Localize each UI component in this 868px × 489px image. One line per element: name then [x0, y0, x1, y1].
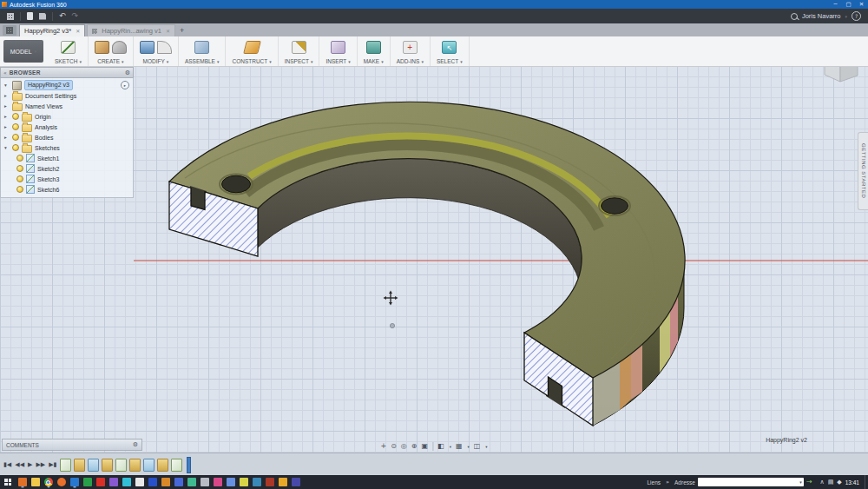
orbit-icon[interactable]: ⊙	[391, 443, 397, 450]
taskbar-app-icon[interactable]	[292, 478, 300, 486]
timeline-item-sketch[interactable]	[143, 459, 155, 472]
redo-icon[interactable]: ↷	[72, 12, 79, 20]
tray-volume-icon[interactable]: ◆	[837, 479, 841, 486]
tree-item-analysis[interactable]: ▸ Analysis	[1, 122, 133, 132]
tree-item-bodies[interactable]: ▸ Bodies	[1, 132, 133, 142]
construct-plane-icon[interactable]	[243, 41, 261, 54]
taskbar-app-icon-excel[interactable]	[83, 478, 92, 486]
assemble-joint-icon[interactable]	[194, 41, 209, 54]
new-tab-button[interactable]: +	[180, 26, 184, 35]
tree-item-sketch1[interactable]: Sketch1	[1, 153, 133, 163]
caret-down-icon[interactable]: ▾	[450, 445, 451, 449]
timeline-item-sketch[interactable]	[88, 459, 99, 472]
taskbar-clock[interactable]: 13:41	[845, 479, 859, 486]
search-icon[interactable]	[791, 13, 798, 20]
pan-icon[interactable]: +	[380, 443, 386, 450]
undo-icon[interactable]: ↶	[59, 12, 66, 20]
taskbar-app-icon[interactable]	[227, 478, 235, 486]
taskbar-app-icon[interactable]	[122, 478, 131, 486]
caret-down-icon[interactable]: ▾	[467, 445, 469, 449]
help-icon[interactable]: ?	[852, 11, 861, 21]
taskbar-app-icon[interactable]	[187, 478, 196, 486]
zoom-window-icon[interactable]: ▣	[422, 443, 429, 450]
timeline-item-feature[interactable]	[74, 459, 85, 472]
getting-started-tab[interactable]: GETTING STARTED	[858, 132, 868, 210]
taskbar-app-icon-fusion[interactable]	[18, 478, 27, 486]
taskbar-app-icon[interactable]	[109, 478, 118, 486]
address-go-icon[interactable]: →	[806, 479, 812, 486]
maximize-button[interactable]: ▢	[842, 0, 855, 9]
links-chevron-icon[interactable]: »	[666, 479, 669, 486]
viewports-icon[interactable]: ◫	[474, 443, 481, 450]
caret-down-icon[interactable]: ▾	[485, 445, 487, 449]
measure-icon[interactable]	[292, 41, 306, 54]
taskbar-app-icon[interactable]	[214, 478, 222, 486]
scripts-addins-icon[interactable]	[403, 41, 418, 54]
caret-right-icon[interactable]: ▸	[4, 103, 10, 109]
start-button[interactable]	[0, 475, 16, 489]
timeline-play-icon[interactable]: ▶	[28, 462, 32, 468]
address-dropdown-caret-icon[interactable]: ▾	[799, 479, 802, 485]
file-menu-icon[interactable]	[27, 12, 33, 20]
taskbar-app-icon-pdf[interactable]	[96, 478, 105, 486]
timeline-item-sketch[interactable]	[60, 459, 71, 472]
tab-happyring2-v3[interactable]: HappyRing2 v3* ✕	[19, 24, 85, 36]
3d-print-icon[interactable]	[366, 41, 381, 54]
timeline-step-back-icon[interactable]: ◀◀	[15, 462, 24, 468]
look-at-icon[interactable]: ◎	[401, 443, 407, 450]
fillet-icon[interactable]	[157, 41, 172, 54]
taskbar-app-icon[interactable]	[201, 478, 209, 486]
tray-show-hidden-icons[interactable]: ∧	[820, 479, 825, 486]
tree-item-sketch3[interactable]: Sketch3	[1, 174, 133, 184]
taskbar-app-icon[interactable]	[135, 478, 144, 486]
visibility-bulb-icon[interactable]	[16, 165, 23, 172]
timeline-item-feature[interactable]	[157, 459, 168, 472]
tree-item-origin[interactable]: ▸ Origin	[1, 111, 133, 122]
grid-layout-settings-icon[interactable]: ▦	[456, 443, 463, 450]
address-input[interactable]: ▾	[698, 478, 804, 486]
timeline-item-feature[interactable]	[102, 459, 113, 472]
visibility-bulb-icon[interactable]	[16, 175, 23, 182]
timeline-item-sketch[interactable]	[115, 459, 127, 472]
taskbar-app-icon-folder[interactable]	[31, 478, 40, 486]
visibility-bulb-icon[interactable]	[12, 144, 19, 151]
taskbar-app-icon[interactable]	[266, 478, 274, 486]
taskbar-app-icon[interactable]	[174, 478, 183, 486]
visibility-bulb-icon[interactable]	[12, 113, 19, 120]
comments-panel-header[interactable]: COMMENTS ⚙	[2, 439, 142, 451]
taskbar-app-icon[interactable]	[279, 478, 287, 486]
tray-network-icon[interactable]: ▤	[828, 479, 834, 486]
visibility-bulb-icon[interactable]	[16, 155, 23, 162]
taskbar-app-icon-chrome[interactable]	[44, 478, 53, 486]
create-box-icon[interactable]	[95, 41, 109, 54]
links-toolbar-label[interactable]: Liens	[647, 479, 661, 486]
create-sketch-icon[interactable]	[61, 41, 76, 54]
tab-close-icon[interactable]: ✕	[76, 28, 80, 34]
workspace-switcher[interactable]: MODEL ▾	[3, 40, 43, 63]
select-cursor-icon[interactable]	[442, 41, 457, 54]
taskbar-app-icon[interactable]	[70, 478, 79, 486]
root-document-label[interactable]: HappyRing2 v3	[24, 80, 73, 90]
data-panel-toggle-icon[interactable]	[7, 13, 14, 20]
close-button[interactable]: ✕	[855, 0, 868, 9]
caret-right-icon[interactable]: ▸	[4, 135, 10, 140]
browser-panel-header[interactable]: « BROWSER ⚙	[0, 67, 134, 78]
tree-item-sketches[interactable]: ▾ Sketches	[1, 142, 133, 153]
zoom-icon[interactable]: ⊕	[411, 443, 418, 450]
visibility-bulb-icon[interactable]	[12, 123, 19, 130]
caret-right-icon[interactable]: ▸	[4, 124, 10, 129]
comments-options-gear-icon[interactable]: ⚙	[133, 441, 138, 448]
visibility-bulb-icon[interactable]	[16, 186, 23, 193]
tree-item-named-views[interactable]: ▸ Named Views	[1, 101, 133, 111]
taskbar-app-icon[interactable]	[161, 478, 170, 486]
taskbar-app-icon-word[interactable]	[148, 478, 157, 486]
collapse-panel-icon[interactable]: «	[3, 69, 7, 76]
taskbar-app-icon-firefox[interactable]	[57, 478, 66, 486]
press-pull-icon[interactable]	[140, 41, 155, 54]
save-icon[interactable]	[39, 13, 46, 20]
caret-right-icon[interactable]: ▸	[4, 93, 10, 98]
timeline-position-marker[interactable]	[187, 457, 191, 473]
create-revolve-icon[interactable]	[112, 41, 127, 54]
caret-down-icon[interactable]: ▾	[4, 145, 10, 150]
show-desktop-button[interactable]	[865, 475, 868, 489]
